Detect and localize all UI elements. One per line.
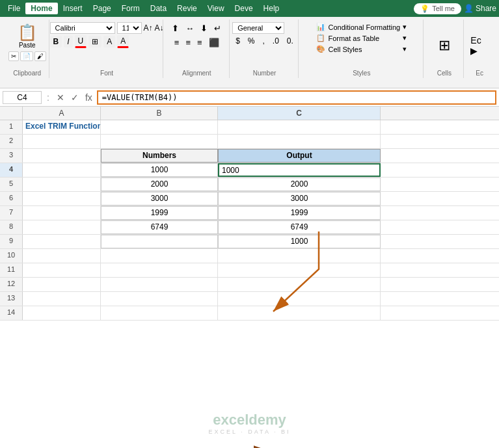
cell-b7[interactable]: 1999 <box>101 206 218 220</box>
cell-c6[interactable]: 3000 <box>218 192 381 205</box>
cell-b5[interactable]: 2000 <box>101 178 218 191</box>
cells-icon[interactable]: ⊞ <box>438 37 450 54</box>
share-button[interactable]: 👤 Share <box>464 4 496 13</box>
font-color-button[interactable]: A <box>117 35 129 48</box>
row-header-4[interactable]: 4 <box>0 163 23 177</box>
cell-c11[interactable] <box>218 263 381 277</box>
cell-a11[interactable] <box>23 263 101 277</box>
insert-function-button[interactable]: fx <box>83 92 94 103</box>
row-header-9[interactable]: 9 <box>0 235 23 248</box>
menu-file[interactable]: File <box>3 3 25 14</box>
cell-b8[interactable]: 6749 <box>101 220 218 234</box>
row-header-1[interactable]: 1 <box>0 120 23 134</box>
row-header-11[interactable]: 11 <box>0 263 23 277</box>
menu-help[interactable]: Help <box>258 3 285 14</box>
menu-form[interactable]: Form <box>116 3 145 14</box>
merge-button[interactable]: ⬛ <box>206 36 222 49</box>
col-header-b[interactable]: B <box>101 107 218 120</box>
font-family-select[interactable]: Calibri <box>50 22 115 34</box>
decrease-decimal-button[interactable]: 0. <box>284 35 297 47</box>
fill-color-button[interactable]: A <box>103 36 115 47</box>
menu-insert[interactable]: Insert <box>58 3 88 14</box>
cut-button[interactable]: ✂ <box>8 51 19 61</box>
cell-c5[interactable]: 2000 <box>218 178 381 191</box>
align-right-button[interactable]: ≡ <box>195 36 205 49</box>
decrease-font-icon[interactable]: A↓ <box>155 23 164 33</box>
conditional-formatting-button[interactable]: 📊 Conditional Formatting ▾ <box>314 22 409 32</box>
cell-a2[interactable] <box>23 135 101 148</box>
percent-button[interactable]: % <box>245 35 258 47</box>
cell-reference-box[interactable] <box>3 91 42 104</box>
formula-input[interactable] <box>97 90 496 105</box>
format-painter-button[interactable]: 🖌 <box>34 51 46 61</box>
cell-b11[interactable] <box>101 263 218 277</box>
cell-b6[interactable]: 3000 <box>101 192 218 205</box>
menu-review[interactable]: Revie <box>172 3 202 14</box>
align-top-button[interactable]: ⬆ <box>169 22 182 34</box>
cell-styles-button[interactable]: 🎨 Cell Styles ▾ <box>314 44 409 54</box>
menu-data[interactable]: Data <box>145 3 172 14</box>
row-header-5[interactable]: 5 <box>0 178 23 191</box>
cell-c8[interactable]: 6749 <box>218 220 381 234</box>
italic-button[interactable]: I <box>64 36 72 47</box>
row-header-2[interactable]: 2 <box>0 135 23 148</box>
cell-b4[interactable]: 1000 <box>101 163 218 177</box>
col-header-a[interactable]: A <box>23 107 101 120</box>
cell-b2[interactable] <box>101 135 218 148</box>
paste-button[interactable]: 📋 Paste <box>16 22 38 50</box>
tell-me-box[interactable]: 💡 Tell me <box>414 3 461 14</box>
cell-b9[interactable] <box>101 235 218 248</box>
comma-button[interactable]: , <box>260 35 268 47</box>
bold-button[interactable]: B <box>50 36 62 47</box>
row-header-12[interactable]: 12 <box>0 278 23 291</box>
cell-a14[interactable] <box>23 306 101 320</box>
cell-b3[interactable]: Numbers <box>101 149 218 163</box>
cell-a1[interactable]: Excel TRIM Function <box>23 120 101 134</box>
align-middle-button[interactable]: ↔ <box>183 22 196 34</box>
copy-button[interactable]: 📄 <box>20 51 33 61</box>
col-header-c[interactable]: C <box>218 107 381 120</box>
cell-a13[interactable] <box>23 292 101 306</box>
cell-a4[interactable] <box>23 163 101 177</box>
cell-a6[interactable] <box>23 192 101 205</box>
row-header-13[interactable]: 13 <box>0 292 23 306</box>
align-bottom-button[interactable]: ⬇ <box>198 22 210 34</box>
increase-decimal-button[interactable]: .0 <box>269 35 282 47</box>
underline-button[interactable]: U <box>75 35 87 48</box>
menu-dev[interactable]: Deve <box>230 3 258 14</box>
cell-a3[interactable] <box>23 149 101 163</box>
increase-font-icon[interactable]: A↑ <box>144 23 153 33</box>
row-header-7[interactable]: 7 <box>0 206 23 220</box>
cell-c3[interactable]: Output <box>218 149 381 163</box>
align-left-button[interactable]: ≡ <box>172 36 182 49</box>
menu-home[interactable]: Home <box>25 3 57 14</box>
cell-a12[interactable] <box>23 278 101 291</box>
cell-c2[interactable] <box>218 135 381 148</box>
cell-c14[interactable] <box>218 306 381 320</box>
cancel-formula-button[interactable]: ✕ <box>55 92 66 103</box>
format-as-table-button[interactable]: 📋 Format as Table ▾ <box>314 33 409 43</box>
cell-a7[interactable] <box>23 206 101 220</box>
cell-c7[interactable]: 1999 <box>218 206 381 220</box>
row-header-3[interactable]: 3 <box>0 149 23 163</box>
cell-a10[interactable] <box>23 249 101 263</box>
editing-icon[interactable]: Ec ▶ <box>470 35 489 56</box>
align-center-button[interactable]: ≡ <box>183 36 193 49</box>
cell-b14[interactable] <box>101 306 218 320</box>
confirm-formula-button[interactable]: ✓ <box>69 92 81 103</box>
cell-a8[interactable] <box>23 220 101 234</box>
row-header-14[interactable]: 14 <box>0 306 23 320</box>
cell-c1[interactable] <box>218 120 381 134</box>
cell-b10[interactable] <box>101 249 218 263</box>
font-size-select[interactable]: 11 <box>117 22 142 34</box>
cell-a9[interactable] <box>23 235 101 248</box>
row-header-10[interactable]: 10 <box>0 249 23 263</box>
cell-a5[interactable] <box>23 178 101 191</box>
cell-c10[interactable] <box>218 249 381 263</box>
cell-c12[interactable] <box>218 278 381 291</box>
cell-b12[interactable] <box>101 278 218 291</box>
row-header-6[interactable]: 6 <box>0 192 23 205</box>
cell-c13[interactable] <box>218 292 381 306</box>
row-header-8[interactable]: 8 <box>0 220 23 234</box>
cell-b13[interactable] <box>101 292 218 306</box>
